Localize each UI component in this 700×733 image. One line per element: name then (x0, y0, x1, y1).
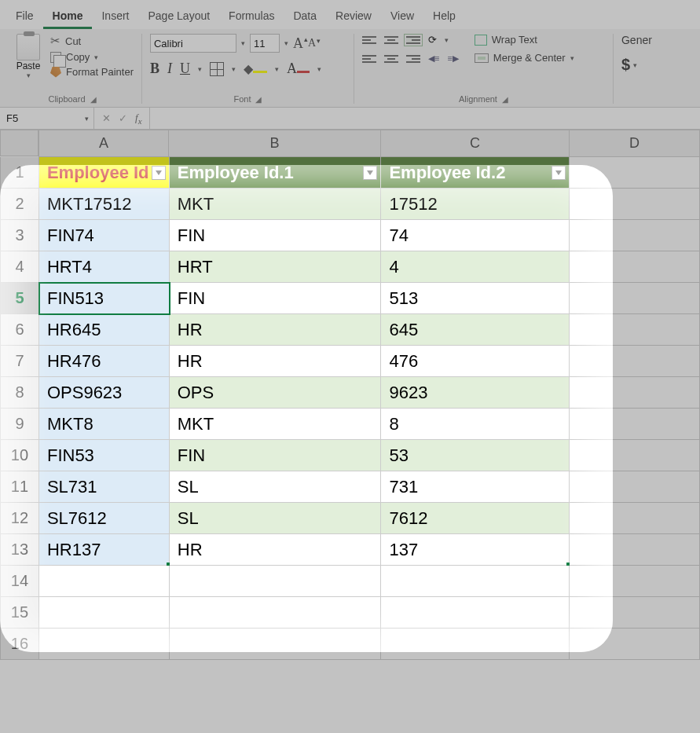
cell-B1[interactable]: Employee Id.1 (170, 157, 382, 189)
chevron-down-icon[interactable]: ▾ (633, 61, 637, 69)
cell-B7[interactable]: HR (170, 346, 382, 377)
chevron-down-icon[interactable]: ▾ (232, 65, 236, 73)
row-header[interactable]: 7 (0, 346, 39, 377)
chevron-down-icon[interactable]: ▾ (570, 54, 574, 62)
cell-D2[interactable] (570, 189, 700, 220)
bold-button[interactable]: B (150, 60, 159, 77)
copy-button[interactable]: Copy▾ (50, 51, 134, 63)
cell-A14[interactable] (39, 566, 170, 597)
cell-B12[interactable]: SL (170, 503, 382, 534)
row-header[interactable]: 12 (0, 503, 39, 534)
tab-insert[interactable]: Insert (92, 5, 138, 29)
cell-C9[interactable]: 8 (381, 409, 570, 440)
cell-C4[interactable]: 4 (381, 251, 570, 283)
dialog-launcher-icon[interactable]: ◢ (502, 95, 508, 104)
chevron-down-icon[interactable]: ▾ (284, 39, 288, 47)
row-header[interactable]: 11 (0, 471, 39, 503)
tab-view[interactable]: View (381, 5, 423, 29)
column-header-D[interactable]: D (570, 130, 700, 157)
cell-C16[interactable] (381, 629, 570, 660)
cell-D6[interactable] (570, 314, 700, 346)
cell-C12[interactable]: 7612 (381, 503, 570, 534)
decrease-font-icon[interactable]: A▾ (308, 37, 316, 49)
decrease-indent-button[interactable]: ◀≡ (428, 53, 439, 64)
cell-D4[interactable] (570, 251, 700, 283)
cell-B5[interactable]: FIN (170, 283, 382, 314)
row-header[interactable]: 9 (0, 409, 39, 440)
dialog-launcher-icon[interactable]: ◢ (90, 95, 97, 104)
cell-A9[interactable]: MKT8 (39, 409, 170, 440)
cell-D9[interactable] (570, 409, 700, 440)
borders-button[interactable] (210, 62, 224, 76)
chevron-down-icon[interactable]: ▾ (27, 71, 31, 79)
row-header[interactable]: 5 (0, 283, 39, 314)
cell-B14[interactable] (170, 566, 382, 597)
align-top-button[interactable] (362, 36, 376, 44)
cell-D16[interactable] (570, 629, 700, 660)
filter-button[interactable] (552, 166, 566, 180)
cell-A12[interactable]: SL7612 (39, 503, 170, 534)
fx-icon[interactable]: fx (135, 112, 141, 126)
select-all-corner[interactable] (0, 130, 38, 156)
increase-indent-button[interactable]: ≡▶ (447, 53, 458, 64)
cell-B8[interactable]: OPS (170, 377, 382, 409)
cut-button[interactable]: ✂Cut (50, 34, 134, 48)
cell-B16[interactable] (170, 629, 382, 660)
cell-C5[interactable]: 513 (381, 283, 570, 314)
row-header[interactable]: 6 (0, 314, 39, 346)
wrap-text-button[interactable]: Wrap Text (475, 34, 574, 46)
cell-D11[interactable] (570, 471, 700, 503)
cell-A1[interactable]: Employee Id (39, 157, 170, 189)
row-header[interactable]: 16 (0, 629, 39, 660)
cell-D1[interactable] (570, 157, 700, 189)
row-header[interactable]: 10 (0, 440, 39, 471)
cell-A8[interactable]: OPS9623 (39, 377, 170, 409)
fill-color-button[interactable]: ◆ (244, 61, 267, 76)
tab-help[interactable]: Help (423, 5, 465, 29)
chevron-down-icon[interactable]: ▾ (445, 36, 449, 44)
filter-button[interactable] (152, 166, 166, 180)
cell-A3[interactable]: FIN74 (39, 220, 170, 251)
cell-B3[interactable]: FIN (170, 220, 382, 251)
column-header-A[interactable]: A (38, 130, 169, 157)
italic-button[interactable]: I (167, 60, 172, 77)
chevron-down-icon[interactable]: ▾ (94, 53, 98, 61)
orientation-button[interactable]: ⟳ (428, 34, 437, 46)
cell-B11[interactable]: SL (170, 471, 382, 503)
cell-A4[interactable]: HRT4 (39, 251, 170, 283)
cell-D10[interactable] (570, 440, 700, 471)
column-header-B[interactable]: B (169, 130, 381, 157)
cell-D14[interactable] (570, 566, 700, 597)
cell-B13[interactable]: HR (170, 534, 382, 566)
cell-D13[interactable] (570, 534, 700, 566)
number-format-label[interactable]: Gener (621, 34, 652, 46)
cell-A6[interactable]: HR645 (39, 314, 170, 346)
cell-C7[interactable]: 476 (381, 346, 570, 377)
cell-B2[interactable]: MKT (170, 189, 382, 220)
paste-button[interactable]: Paste ▾ (11, 34, 46, 79)
cell-C11[interactable]: 731 (381, 471, 570, 503)
row-header[interactable]: 4 (0, 251, 39, 283)
cell-C2[interactable]: 17512 (381, 189, 570, 220)
chevron-down-icon[interactable]: ▾ (241, 39, 245, 47)
format-painter-button[interactable]: Format Painter (50, 66, 134, 78)
cell-C13[interactable]: 137 (381, 534, 570, 566)
tab-review[interactable]: Review (326, 5, 381, 29)
row-header[interactable]: 14 (0, 566, 39, 597)
cell-B10[interactable]: FIN (170, 440, 382, 471)
increase-font-icon[interactable]: A▴ (293, 35, 303, 52)
cell-D8[interactable] (570, 377, 700, 409)
cell-A15[interactable] (39, 597, 170, 629)
align-right-button[interactable] (406, 55, 420, 63)
filter-button[interactable] (363, 166, 377, 180)
underline-button[interactable]: U (180, 60, 190, 77)
font-size-input[interactable] (250, 34, 280, 53)
cell-C8[interactable]: 9623 (381, 377, 570, 409)
cell-A11[interactable]: SL731 (39, 471, 170, 503)
align-bottom-button[interactable] (406, 36, 420, 44)
font-color-button[interactable]: A (287, 60, 310, 77)
cell-B4[interactable]: HRT (170, 251, 382, 283)
cell-C1[interactable]: Employee Id.2 (381, 157, 570, 189)
cell-D12[interactable] (570, 503, 700, 534)
cell-D7[interactable] (570, 346, 700, 377)
